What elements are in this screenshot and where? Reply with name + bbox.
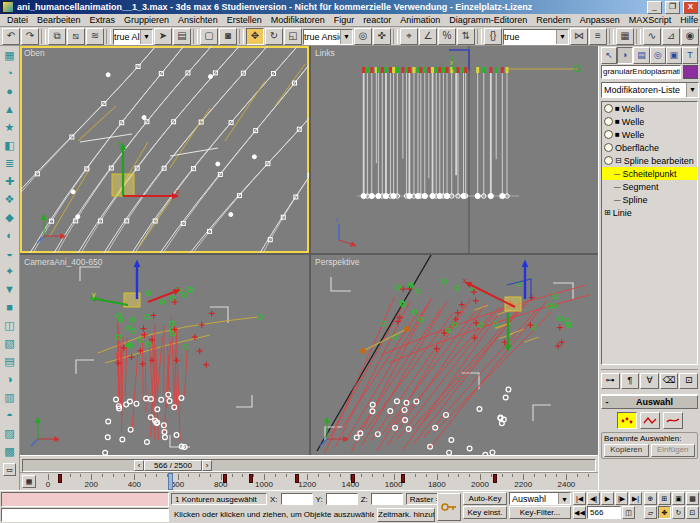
segment-subobject-button[interactable] (640, 412, 660, 429)
key-mode-dropdown[interactable]: Auswahl ▼ (509, 492, 571, 505)
menu-item-extras[interactable]: Extras (86, 15, 120, 25)
viewport-top[interactable]: Oben yxxy (20, 46, 309, 253)
menu-item-datei[interactable]: Datei (3, 15, 32, 25)
stack-item-oberfläche[interactable]: Oberfläche (602, 141, 697, 154)
spinner-snap-icon[interactable]: ⇅ (457, 28, 475, 45)
unlink-selection-icon[interactable]: ⧅ (67, 28, 85, 45)
mirror-icon[interactable]: ⋈ (570, 28, 588, 45)
viewport-label-camera[interactable]: CameraAni_400-650 (24, 257, 102, 267)
redo-icon[interactable]: ↷ (21, 28, 39, 45)
named-selection-dropdown[interactable]: true▼ (503, 29, 569, 45)
mini-curve-editor-button[interactable]: ▦ (22, 475, 36, 488)
modifiers-tab-icon[interactable]: ✚ (1, 173, 18, 191)
auto-key-button[interactable]: Auto-Key (463, 492, 507, 505)
title-bar[interactable]: ani_humancellanimation__1_3.max - 3ds ma… (0, 0, 700, 14)
expand-icon[interactable]: ⊞ (604, 209, 611, 217)
anim-tab-icon[interactable]: ▼ (1, 281, 18, 299)
stack-item-spline[interactable]: ─Spline (602, 193, 697, 206)
viewport-label-left-view[interactable]: Links (315, 48, 335, 58)
menu-item-anpassen[interactable]: Anpassen (576, 15, 624, 25)
current-frame-marker[interactable] (168, 473, 173, 490)
menu-item-reactor[interactable]: reactor (359, 15, 395, 25)
material-editor-icon[interactable]: ◉ (681, 28, 699, 45)
make-unique-button[interactable]: ∀ (640, 373, 659, 389)
stack-item-scheitelpunkt[interactable]: ─Scheitelpunkt (602, 167, 697, 180)
object-name-field[interactable]: granularEndoplasmaticReticulum (601, 65, 681, 79)
animation-key-marker[interactable] (295, 474, 299, 483)
stack-item-segment[interactable]: ─Segment (602, 180, 697, 193)
viewport-scene-svg[interactable]: yz (311, 46, 598, 253)
maximize-button[interactable]: ❐ (665, 1, 680, 14)
helpers-tab-icon[interactable]: ◧ (1, 137, 18, 155)
grids-tab-icon[interactable]: ◐ (1, 227, 18, 245)
space-warps-tab-icon[interactable]: ≣ (1, 155, 18, 173)
visibility-bulb-icon[interactable] (604, 117, 613, 126)
use-pivot-point-icon[interactable]: ◎ (354, 28, 372, 45)
chevron-down-icon[interactable]: ▼ (556, 30, 568, 44)
select-object-icon[interactable]: ➤ (154, 28, 172, 45)
show-end-result-button[interactable]: ¶ (621, 373, 640, 389)
zoom-icon[interactable]: ⊕ (644, 492, 657, 505)
select-and-manipulate-icon[interactable]: ✜ (373, 28, 391, 45)
stack-item-welle[interactable]: ■Welle (602, 115, 697, 128)
animation-key-marker[interactable] (249, 474, 253, 483)
select-and-move-icon[interactable]: ✥ (246, 28, 264, 45)
viewport-camera[interactable]: CameraAni_400-650 xyxy (20, 255, 309, 455)
viewport-label-perspective[interactable]: Perspektive (315, 257, 359, 267)
tab-utilities[interactable]: T (682, 47, 698, 64)
tab-modify[interactable]: ◗ (617, 47, 633, 64)
minimize-button[interactable]: _ (647, 1, 662, 14)
go-to-start-button[interactable]: |◀ (573, 492, 586, 505)
reference-coordsys-dropdown[interactable]: trueAnsicht▼ (303, 29, 353, 45)
z-coordinate-field[interactable] (371, 493, 403, 505)
vertex-subobject-button[interactable] (617, 412, 637, 429)
menu-item-erstellen[interactable]: Erstellen (223, 15, 266, 25)
close-button[interactable]: X (683, 1, 698, 14)
selection-rollout-header[interactable]: - Auswahl (601, 395, 698, 409)
viewport-perspective[interactable]: Perspektive xxy (311, 255, 598, 455)
subobject-tab-icon[interactable]: ▧ (1, 335, 18, 353)
edit-named-selections-icon[interactable]: {} (484, 28, 502, 45)
select-and-rotate-icon[interactable]: ↻ (265, 28, 283, 45)
time-configuration-button[interactable]: ◫ (622, 506, 635, 519)
x-coordinate-field[interactable] (281, 493, 313, 505)
menu-item-animation[interactable]: Animation (396, 15, 444, 25)
undo-icon[interactable]: ↶ (2, 28, 20, 45)
snaps-tab-icon[interactable]: ◒ (1, 245, 18, 263)
viewport-scene-svg[interactable]: yxxy (20, 46, 309, 253)
menu-item-figur[interactable]: Figur (330, 15, 359, 25)
listener-script-row[interactable] (1, 508, 169, 523)
bones-tab-icon[interactable]: ▤ (1, 353, 18, 371)
time-slider-track[interactable]: ‹ 566 / 2500 › (22, 459, 596, 472)
add-time-tag-button[interactable]: Zeitmark. hinzuf. (377, 508, 435, 522)
rendering-tab-icon[interactable]: ◆ (1, 209, 18, 227)
shapes-tab-icon[interactable]: ◔ (1, 65, 18, 83)
layer-manager-icon[interactable]: ▦ (616, 28, 634, 45)
copy-named-selection-button[interactable]: Kopieren (604, 444, 649, 457)
object-color-swatch[interactable] (683, 65, 698, 79)
paste-named-selection-button[interactable]: Einfügen (651, 444, 696, 457)
tab-motion[interactable]: ◎ (650, 47, 666, 64)
current-frame-field[interactable]: 566 (587, 506, 621, 519)
animation-key-marker[interactable] (493, 474, 497, 483)
zoom-extents-icon[interactable]: ▣ (672, 492, 685, 505)
select-and-scale-icon[interactable]: ◱ (284, 28, 302, 45)
viewport-label-top[interactable]: Oben (24, 48, 45, 58)
remove-modifier-button[interactable]: ⌫ (660, 373, 679, 389)
schematic-view-icon[interactable]: ⊿ (662, 28, 680, 45)
visibility-bulb-icon[interactable] (604, 143, 613, 152)
select-and-link-icon[interactable]: ⧉ (48, 28, 66, 45)
spline-subobject-button[interactable] (663, 412, 683, 429)
set-key-button[interactable] (437, 493, 461, 521)
select-tab-icon[interactable]: ◫ (1, 317, 18, 335)
arc-rotate-icon[interactable]: ↻ (672, 506, 685, 519)
visibility-bulb-icon[interactable] (604, 156, 613, 165)
tab-display[interactable]: ▣ (666, 47, 682, 64)
previous-frame-button[interactable]: ◀| (587, 492, 600, 505)
animation-key-marker[interactable] (223, 474, 227, 483)
set-keys-button[interactable]: Key einst. (463, 506, 507, 519)
menu-item-bearbeiten[interactable]: Bearbeiten (33, 15, 85, 25)
chevron-down-icon[interactable]: ▼ (686, 83, 698, 97)
time-slider-value[interactable]: 566 / 2500 (144, 460, 202, 471)
menu-item-hilfe[interactable]: Hilfe (676, 15, 700, 25)
